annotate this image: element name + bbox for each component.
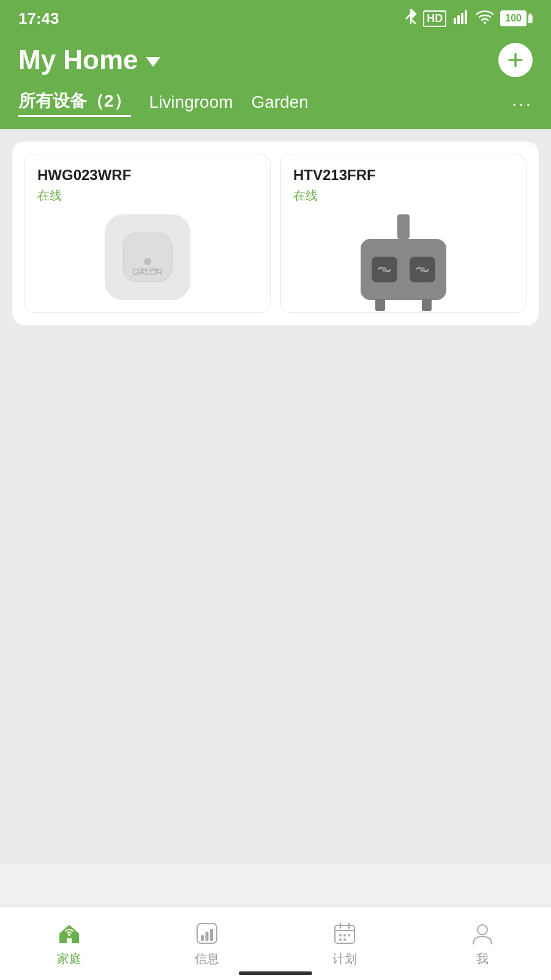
svg-rect-20 xyxy=(205,932,208,941)
home-icon xyxy=(56,920,83,947)
battery-icon: 100 xyxy=(500,10,533,26)
nav-schedule[interactable]: 计划 xyxy=(276,920,413,967)
svg-point-16 xyxy=(420,267,425,272)
svg-point-30 xyxy=(343,938,346,941)
schedule-icon xyxy=(331,920,358,947)
svg-rect-19 xyxy=(201,935,204,941)
svg-rect-2 xyxy=(454,18,456,24)
svg-rect-8 xyxy=(530,13,531,15)
svg-point-27 xyxy=(343,934,346,937)
svg-point-31 xyxy=(478,925,487,935)
main-content: HWG023WRF 在线 GALOR HTV213FRF xyxy=(0,129,551,864)
hd-icon: HD xyxy=(423,10,446,27)
svg-rect-3 xyxy=(457,15,460,24)
svg-rect-12 xyxy=(123,233,172,282)
nav-info-label: 信息 xyxy=(195,951,219,967)
device1-image: GALOR xyxy=(37,214,258,300)
devices-container: HWG023WRF 在线 GALOR HTV213FRF xyxy=(12,141,539,325)
tab-garden[interactable]: Garden xyxy=(252,92,309,115)
tab-livingroom[interactable]: Livingroom xyxy=(149,92,233,115)
device2-status: 在线 xyxy=(293,187,318,204)
profile-icon xyxy=(469,920,496,947)
device1-name: HWG023WRF xyxy=(37,167,131,184)
device1-status: 在线 xyxy=(37,187,62,204)
bluetooth-icon xyxy=(405,8,417,29)
filter-tab-bar: 所有设备（2） Livingroom Garden ··· xyxy=(0,89,551,129)
svg-point-15 xyxy=(382,267,387,272)
nav-home-label: 家庭 xyxy=(57,951,81,967)
nav-profile[interactable]: 我 xyxy=(413,920,551,967)
svg-point-26 xyxy=(339,934,342,937)
header-title-wrap[interactable]: My Home xyxy=(18,45,160,75)
signal-icon xyxy=(452,9,470,28)
device-card-1[interactable]: HWG023WRF 在线 GALOR xyxy=(24,154,271,313)
add-device-button[interactable] xyxy=(498,43,533,77)
bottom-nav: 家庭 信息 xyxy=(0,907,551,980)
device-card-2[interactable]: HTV213FRF 在线 xyxy=(280,154,527,313)
svg-rect-9 xyxy=(529,16,531,22)
svg-point-6 xyxy=(484,21,486,24)
status-bar: 17:43 HD xyxy=(0,0,551,37)
svg-point-17 xyxy=(68,933,70,936)
device2-image xyxy=(293,214,514,300)
home-indicator xyxy=(239,971,312,975)
svg-text:GALOR: GALOR xyxy=(138,266,157,273)
svg-point-29 xyxy=(339,938,342,941)
svg-rect-4 xyxy=(461,13,463,24)
header: My Home xyxy=(0,37,551,89)
tab-more-button[interactable]: ··· xyxy=(512,93,533,114)
svg-point-28 xyxy=(348,934,350,937)
device2-illustration xyxy=(354,214,452,300)
svg-point-13 xyxy=(144,258,151,265)
nav-home[interactable]: 家庭 xyxy=(0,920,138,967)
tab-all-devices[interactable]: 所有设备（2） xyxy=(18,89,131,117)
nav-profile-label: 我 xyxy=(476,951,489,967)
device2-name: HTV213FRF xyxy=(293,167,376,184)
nav-schedule-label: 计划 xyxy=(332,951,357,967)
dropdown-arrow-icon[interactable] xyxy=(146,57,160,67)
status-icons: HD 100 xyxy=(405,8,533,29)
home-title: My Home xyxy=(18,45,138,75)
device1-illustration: GALOR xyxy=(105,214,190,300)
svg-rect-21 xyxy=(210,929,213,941)
wifi-icon xyxy=(476,9,494,28)
info-icon xyxy=(193,920,220,947)
nav-info[interactable]: 信息 xyxy=(138,920,276,967)
svg-rect-5 xyxy=(465,10,467,24)
status-time: 17:43 xyxy=(18,9,59,28)
